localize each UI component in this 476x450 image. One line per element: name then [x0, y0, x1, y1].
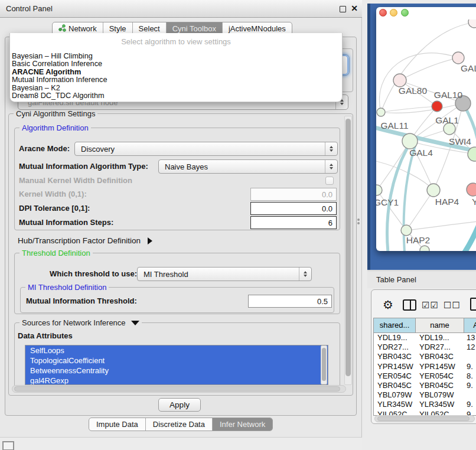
network-node[interactable]	[402, 133, 418, 149]
table-row[interactable]: YER054CYER054C8.	[374, 371, 476, 381]
table-cell[interactable]: YBR045C	[416, 381, 464, 390]
mi-threshold-field[interactable]: 0.5	[248, 295, 332, 308]
table-cell[interactable]: YDR27...	[416, 343, 464, 352]
table-cell[interactable]	[464, 352, 476, 361]
table-cell[interactable]: YER054C	[374, 371, 416, 381]
algorithm-option[interactable]: Mutual Information Inference	[10, 76, 342, 84]
algorithm-option[interactable]: Dream8 DC_TDC Algorithm	[10, 92, 342, 100]
attribute-item[interactable]: TopologicalCoefficient	[25, 356, 328, 366]
network-view-window[interactable]: GALGAL80GAL10GAL1GAL11SWI4GAL4GCY1HAP4YH…	[376, 7, 476, 251]
attr-list-scrollbar[interactable]	[321, 345, 327, 384]
table-cell[interactable]: 9.	[464, 381, 476, 390]
table-cell[interactable]: 12	[464, 343, 476, 352]
network-node[interactable]	[432, 101, 442, 112]
network-edge[interactable]	[381, 106, 437, 112]
table-row[interactable]: YDR27...YDR27...12	[374, 343, 476, 352]
table-cell[interactable]: YBL079W	[374, 390, 416, 400]
network-canvas[interactable]: GALGAL80GAL10GAL1GAL11SWI4GAL4GCY1HAP4YH…	[376, 19, 476, 251]
table-row[interactable]: YLR345WYLR345W9.	[374, 400, 476, 409]
network-edge[interactable]	[406, 221, 476, 230]
new-table-icon[interactable]	[470, 298, 476, 311]
mac-minimize-icon[interactable]	[390, 9, 397, 17]
table-cell[interactable]: YPR145W	[374, 362, 416, 371]
attribute-item[interactable]: BetweennessCentrality	[25, 366, 328, 376]
table-cell[interactable]: YLR345W	[416, 400, 464, 409]
which-threshold-combo[interactable]: MI Threshold	[137, 267, 312, 281]
network-node[interactable]	[427, 184, 440, 197]
table-cell[interactable]: YBR045C	[374, 381, 416, 390]
table-cell[interactable]: YDL19...	[374, 333, 416, 343]
kernel-width-field[interactable]: 0.0	[250, 188, 337, 201]
network-node[interactable]	[393, 74, 406, 87]
table-row[interactable]: YBL079WYBL079W	[374, 390, 476, 400]
float-window-icon[interactable]	[340, 6, 346, 12]
gear-icon[interactable]: ⚙	[383, 298, 393, 312]
column-header-shared[interactable]: shared...	[374, 318, 416, 332]
network-edge[interactable]	[406, 190, 433, 230]
select-all-checkboxes-icon[interactable]: ☑☑	[422, 300, 439, 311]
table-cell[interactable]: YDL19...	[416, 333, 464, 343]
table-cell[interactable]: YBR043C	[374, 352, 416, 361]
table-cell[interactable]: 8.	[464, 371, 476, 381]
table-row[interactable]: YBR045CYBR045C9.	[374, 381, 476, 390]
manual-kernel-checkbox[interactable]	[325, 177, 334, 185]
table-horizontal-scrollbar[interactable]	[374, 415, 475, 422]
network-node[interactable]	[401, 225, 412, 236]
aracne-mode-combo[interactable]: Discovery	[74, 142, 338, 156]
table-cell[interactable]: YER054C	[416, 371, 464, 381]
close-icon[interactable]: ✕	[351, 4, 358, 13]
mi-steps-field[interactable]: 6	[250, 216, 337, 229]
network-node[interactable]	[420, 246, 429, 251]
table-cell[interactable]: 9.	[464, 362, 476, 371]
attribute-item[interactable]: gal4RGexp	[25, 376, 328, 385]
split-columns-icon[interactable]	[403, 299, 416, 311]
mac-zoom-icon[interactable]	[401, 9, 409, 17]
table-cell[interactable]	[464, 390, 476, 400]
apply-button[interactable]: Apply	[158, 398, 201, 412]
algorithm-option[interactable]: Bayesian – Hill Climbing	[10, 53, 342, 60]
combo-stepper-icon[interactable]	[325, 160, 337, 173]
dpi-tolerance-field[interactable]: 0.0	[250, 202, 337, 215]
network-node[interactable]	[468, 19, 476, 28]
data-attributes-list[interactable]: SelfLoopsTopologicalCoefficientBetweenne…	[25, 345, 328, 385]
network-node[interactable]	[467, 183, 476, 196]
algorithm-option[interactable]: Basic Correlation Inference	[10, 60, 342, 68]
network-edge[interactable]	[380, 53, 458, 112]
sources-group-title[interactable]: Sources for Network Inference	[19, 318, 142, 327]
tab-label: jActiveMNodules	[229, 24, 286, 33]
table-cell[interactable]: YLR345W	[374, 400, 416, 409]
algorithm-option[interactable]: Bayesian – K2	[10, 84, 342, 92]
attribute-item[interactable]: SelfLoops	[25, 345, 328, 356]
table-cell[interactable]: YPR145W	[416, 362, 464, 371]
network-node[interactable]	[376, 185, 382, 195]
deselect-all-checkboxes-icon[interactable]: ☐☐	[444, 300, 461, 311]
table-cell[interactable]: YDR27...	[374, 343, 416, 352]
algorithm-dropdown-popup: Select algorithm to view settings Bayesi…	[9, 33, 343, 102]
mi-type-combo[interactable]: Naive Bayes	[158, 159, 338, 174]
table-cell[interactable]: YBR043C	[416, 352, 464, 361]
table-row[interactable]: YDL19...YDL19...13	[374, 333, 476, 343]
panel-splitter-handle[interactable]	[357, 217, 360, 226]
network-edge[interactable]	[376, 161, 433, 190]
table-cell[interactable]: 9.	[464, 400, 476, 409]
network-node[interactable]	[452, 52, 464, 64]
table-row[interactable]: YBR043CYBR043C	[374, 352, 476, 361]
network-edge[interactable]	[400, 58, 458, 80]
settings-vertical-scrollbar[interactable]	[344, 116, 352, 385]
network-node[interactable]	[377, 108, 385, 116]
tab-impute-data[interactable]: Impute Data	[89, 418, 145, 431]
tab-infer-network[interactable]: Infer Network	[212, 418, 272, 431]
settings-horizontal-scrollbar[interactable]	[12, 385, 346, 393]
table-cell[interactable]: YBL079W	[416, 390, 464, 400]
mac-close-icon[interactable]	[379, 9, 387, 17]
tab-discretize-data[interactable]: Discretize Data	[145, 418, 212, 431]
combo-stepper-icon[interactable]	[325, 142, 337, 155]
algorithm-option[interactable]: ARACNE Algorithm	[10, 69, 342, 76]
hub-definition-toggle[interactable]: Hub/Transcription Factor Definition	[18, 236, 152, 245]
table-cell[interactable]: 13	[464, 333, 476, 343]
combo-stepper-icon[interactable]	[299, 268, 311, 281]
network-edge[interactable]	[465, 226, 476, 251]
column-header-a[interactable]: A	[464, 318, 476, 332]
column-header-name[interactable]: name	[416, 318, 464, 332]
table-row[interactable]: YPR145WYPR145W9.	[374, 362, 476, 371]
